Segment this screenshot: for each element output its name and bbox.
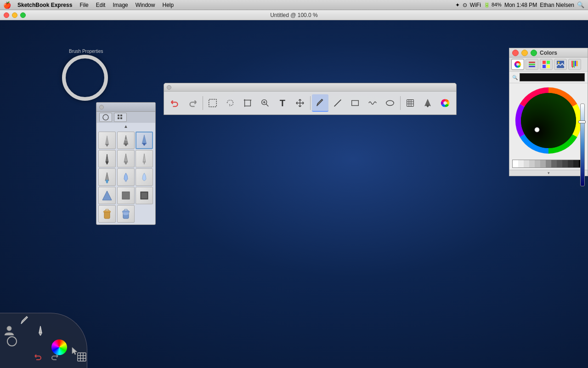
brush-pencil-medium[interactable]: AE [117,132,135,149]
brush-ink-3[interactable] [136,150,153,167]
svg-line-10 [334,100,341,107]
brush-tip-button[interactable] [419,94,436,112]
svg-rect-32 [529,62,535,63]
color-wheel-button[interactable] [437,94,453,112]
svg-rect-33 [529,64,535,65]
pen-button[interactable] [312,94,328,112]
menu-edit[interactable]: Edit [92,0,109,10]
brush-tab-grid[interactable] [114,113,127,122]
swatch-white[interactable] [513,160,518,167]
colors-title: Colors [540,50,557,56]
svg-rect-34 [529,66,535,67]
swatch-2[interactable] [518,160,524,167]
brush-pencil-dark[interactable] [136,132,153,149]
swatch-11[interactable] [568,160,573,167]
wave-button[interactable] [364,94,381,112]
move-button[interactable] [292,94,308,112]
brush-size-ring[interactable] [62,55,108,101]
color-wheel-container [509,83,588,158]
text-button[interactable]: T [274,94,291,112]
brush-pencil-light[interactable] [98,132,116,149]
brush-square-1[interactable] [117,187,135,204]
brush-triangle[interactable] [98,187,116,204]
svg-point-48 [535,127,539,132]
colors-tab-palettes[interactable] [540,59,553,70]
colors-expand[interactable]: ▾ [509,170,588,176]
rect-shape-button[interactable] [347,94,363,112]
brightness-slider[interactable] [580,104,585,186]
svg-rect-44 [577,61,578,66]
bluetooth-icon: ✦ [455,2,460,8]
swatch-6[interactable] [540,160,546,167]
swatch-8[interactable] [551,160,557,167]
brush-scroll-up[interactable]: ▲ [96,123,155,130]
swatch-7[interactable] [546,160,551,167]
brush-tab-circle[interactable] [99,113,112,122]
radial-circle-tool[interactable] [5,334,19,349]
menu-help[interactable]: Help [158,0,177,10]
radial-redo-button[interactable] [47,350,62,364]
radial-layers-button[interactable] [74,350,89,364]
colors-tab-image[interactable] [554,59,567,70]
color-swatches [512,160,585,168]
brush-panel: ▲ AE [96,102,156,225]
brush-ink-2[interactable] [117,150,135,167]
colors-tab-wheel[interactable] [511,59,524,70]
colors-tab-crayons[interactable] [568,59,581,70]
undo-button[interactable] [167,94,183,112]
toolbar-close-dot[interactable] [167,85,171,90]
svg-point-40 [558,62,560,63]
colors-tab-sliders[interactable] [526,59,538,70]
brush-panel-header [96,103,155,112]
crop-button[interactable] [239,94,256,112]
menu-image[interactable]: Image [109,0,131,10]
separator-3 [400,96,401,110]
swatch-9[interactable] [557,160,562,167]
minimize-button[interactable] [12,12,17,18]
brush-watercolor-2[interactable] [117,168,135,186]
menu-file[interactable]: File [76,0,92,10]
colors-max[interactable] [531,50,537,56]
color-search-input[interactable] [520,73,585,81]
radial-undo-button[interactable] [31,350,46,364]
toolbar-titlebar [164,83,456,92]
app-name[interactable]: SketchBook Express [14,0,76,10]
swatch-3[interactable] [524,160,529,167]
apple-menu[interactable]: 🍎 [0,1,14,9]
radial-pen-tool[interactable] [17,313,32,328]
colors-close[interactable] [512,50,519,56]
brush-watercolor-3[interactable] [136,168,153,186]
swatch-10[interactable] [562,160,568,167]
maximize-button[interactable] [20,12,26,18]
brush-ink-1[interactable] [98,150,116,167]
swatch-12[interactable] [573,160,579,167]
brightness-thumb[interactable] [578,121,586,123]
color-search-icon: 🔍 [512,75,518,80]
brush-bucket-1[interactable] [98,205,116,223]
brush-square-2[interactable] [136,187,153,204]
color-wheel[interactable] [514,86,583,155]
menu-window[interactable]: Window [132,0,159,10]
zoom-button[interactable] [257,94,273,112]
lasso-select-button[interactable] [222,94,238,112]
rect-select-button[interactable] [205,94,221,112]
brush-watercolor-1[interactable] [98,168,116,186]
brush-panel-close[interactable] [99,105,104,109]
layers-button[interactable] [402,94,418,112]
colors-min[interactable] [521,50,528,56]
canvas-area[interactable]: Brush Properties [0,20,588,368]
svg-rect-24 [120,117,122,119]
swatch-4[interactable] [529,160,535,167]
close-button[interactable] [4,12,9,18]
battery-icon: 🔋 84% [484,2,502,8]
brush-panel-tabs [96,112,155,123]
radial-brush-tool[interactable] [33,323,48,338]
swatch-5[interactable] [535,160,540,167]
ellipse-button[interactable] [382,94,398,112]
line-button[interactable] [329,94,346,112]
separator-2 [310,96,311,110]
brush-bucket-2[interactable] [117,205,135,223]
menubar-right: ✦ ⊙ WiFi 🔋 84% Mon 1:48 PM Ethan Nielsen… [455,1,588,8]
spotlight-icon[interactable]: 🔍 [577,1,584,8]
redo-button[interactable] [184,94,201,112]
